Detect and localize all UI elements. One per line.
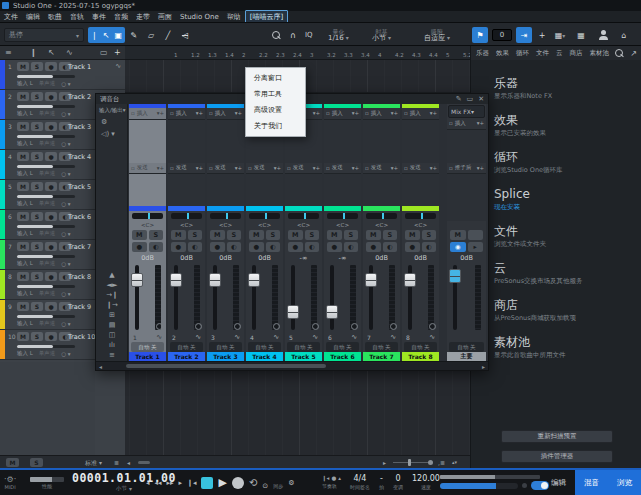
h-scrollbar-handle[interactable]	[138, 461, 150, 464]
channel-name-label[interactable]: Track 6	[324, 352, 361, 361]
track-name[interactable]: Track 6	[68, 213, 91, 221]
track-record-icon[interactable]: ●	[45, 242, 57, 251]
sends-area[interactable]	[129, 173, 166, 206]
bank-right-icon[interactable]: →❙	[106, 291, 118, 299]
track-name[interactable]: Track 7	[68, 243, 91, 251]
view-button-browse[interactable]: 浏览	[608, 470, 641, 495]
channel-record-button[interactable]: ●	[210, 242, 225, 252]
rewind-button[interactable]: ◂◂	[155, 479, 162, 487]
rescan-presets-button[interactable]: 重新扫描预置	[501, 430, 613, 443]
pan-control[interactable]	[246, 211, 283, 221]
channel-fader[interactable]	[246, 263, 283, 332]
channel-record-button[interactable]: ●	[249, 242, 264, 252]
track-io-row[interactable]: 输入 L单声道○ ▾	[17, 80, 117, 87]
channel-strip[interactable]: ▫插入▾+▫发送▾+<C>MS●◐0dB7∿自动 关Track 7	[363, 104, 400, 361]
pan-link-button[interactable]	[156, 323, 163, 330]
expand-icon[interactable]: ↗	[630, 49, 637, 58]
track-name[interactable]: Track 4	[68, 153, 91, 161]
mixfx-dropdown[interactable]: Mix FX ▾	[448, 105, 485, 118]
pan-control[interactable]	[129, 211, 166, 221]
console-scrollbar[interactable]: ◂ ▸	[96, 361, 488, 370]
section-header[interactable]: ▫发送▾+	[246, 163, 283, 174]
zoom-tool-icon[interactable]	[272, 31, 281, 40]
channel-monitor-button[interactable]: ◐	[188, 242, 203, 252]
channel-solo-button[interactable]: S	[344, 230, 359, 240]
track-volume-slider[interactable]	[17, 345, 75, 348]
bend-tool-button[interactable]: ∩	[287, 27, 299, 43]
track-mute-button[interactable]: M	[17, 212, 29, 221]
grid-settings-button[interactable]: ▦	[573, 27, 589, 43]
browser-section[interactable]: 云PreSonus交换市场及其他服务	[494, 261, 634, 286]
inserts-area[interactable]	[324, 119, 361, 163]
automation-mode[interactable]: 自动 关	[365, 342, 398, 352]
track-mute-button[interactable]: M	[17, 242, 29, 251]
browser-section[interactable]: Splice现在安装	[494, 187, 634, 212]
compress-icon[interactable]: ▲	[109, 271, 114, 279]
browser-tab[interactable]: 效果	[493, 49, 512, 58]
channel-fader[interactable]	[285, 263, 322, 332]
channel-solo-button[interactable]: S	[305, 230, 320, 240]
channel-fader[interactable]	[402, 263, 439, 332]
channel-name-label[interactable]: Track 5	[285, 352, 322, 361]
pan-link-button[interactable]	[390, 323, 397, 330]
console-io-dropdown[interactable]: 输入/输出▾	[96, 104, 127, 114]
browser-section[interactable]: 商店从PreSonus商城获取加载项	[494, 298, 634, 323]
section-header[interactable]: ▫发送▾+	[285, 163, 322, 174]
track-solo-button[interactable]: S	[31, 122, 43, 131]
track-mono-dropdown[interactable]: ○ ▾	[61, 291, 70, 297]
menu-item[interactable]: 画面	[154, 11, 176, 23]
add-icon[interactable]: +	[315, 110, 320, 116]
track-volume-slider[interactable]	[17, 75, 75, 78]
track-volume-slider[interactable]	[17, 315, 75, 318]
sends-area[interactable]	[285, 173, 322, 206]
track-solo-button[interactable]: S	[31, 332, 43, 341]
track-mono-dropdown[interactable]: ○ ▾	[61, 81, 70, 87]
browser-section-title[interactable]: 云	[494, 261, 634, 275]
channel-strip[interactable]: ▫插入▾+▫发送▾+<C>MS●◐0dB1∿自动 关Track 1	[129, 104, 166, 361]
track-volume-slider[interactable]	[17, 195, 75, 198]
pan-link-button[interactable]	[429, 323, 436, 330]
performance-meter[interactable]: 性能	[30, 470, 64, 495]
browser-section[interactable]: 乐器显示乐器和Note FX	[494, 76, 634, 101]
zoom-preset-icon[interactable]: ,≣	[438, 459, 445, 466]
channel-fader[interactable]	[168, 263, 205, 332]
layers-icon[interactable]: ▭	[100, 48, 108, 58]
track-record-icon[interactable]: ●	[45, 212, 57, 221]
track-automation-icon[interactable]: ∿	[115, 62, 121, 70]
menu-item[interactable]: 文件	[0, 11, 22, 23]
track-record-icon[interactable]: ●	[45, 272, 57, 281]
beat-display[interactable]: - 拍	[379, 475, 384, 490]
channel-solo-button[interactable]: S	[149, 230, 164, 240]
zoom-slider-knob[interactable]	[408, 459, 411, 466]
track-mute-button[interactable]: M	[17, 182, 29, 191]
browser-tab[interactable]: 循环	[513, 49, 532, 58]
iq-toggle[interactable]: IQ	[305, 31, 313, 39]
mute-tool-button[interactable]: ◁	[177, 27, 193, 43]
channel-monitor-button[interactable]: ◐	[383, 242, 398, 252]
plugin-manager-button[interactable]: 插件管理器	[501, 450, 613, 463]
track-record-icon[interactable]: ●	[45, 152, 57, 161]
channel-monitor-button[interactable]: ◐	[149, 242, 164, 252]
split-tool-button[interactable]: ╱	[160, 27, 176, 43]
snap-dropdown[interactable]: 吸附 自适应▾	[424, 29, 450, 42]
io-grid-icon[interactable]: ⊞	[109, 311, 115, 319]
browser-section[interactable]: 循环浏览Studio One循环库	[494, 150, 634, 175]
track-row[interactable]: 1MS●◐Track 1∿输入 L单声道○ ▾	[0, 60, 125, 90]
track-mute-button[interactable]: M	[17, 152, 29, 161]
menu-item[interactable]: 帮助	[223, 11, 245, 23]
channel-fader[interactable]	[207, 263, 244, 332]
browser-section-title[interactable]: 商店	[494, 298, 634, 312]
loop-button[interactable]: ⟲	[249, 477, 257, 488]
channel-strip[interactable]: ▫插入▾+▫发送▾+<C>MS●◐0dB2∿自动 关Track 2	[168, 104, 205, 361]
fader-cap[interactable]	[170, 273, 182, 287]
channel-name-label[interactable]: Track 2	[168, 352, 205, 361]
fader-cap[interactable]	[449, 269, 461, 283]
browser-tab[interactable]: 素材池	[587, 49, 613, 58]
record-button[interactable]	[232, 477, 244, 489]
main-fader[interactable]	[447, 263, 486, 332]
console-menu-icon[interactable]: ≡	[109, 351, 115, 359]
track-record-icon[interactable]: ●	[45, 302, 57, 311]
track-name[interactable]: Track 10	[68, 333, 95, 341]
section-header[interactable]: ▫插入▾+	[324, 108, 361, 119]
channel-solo-button[interactable]: S	[188, 230, 203, 240]
